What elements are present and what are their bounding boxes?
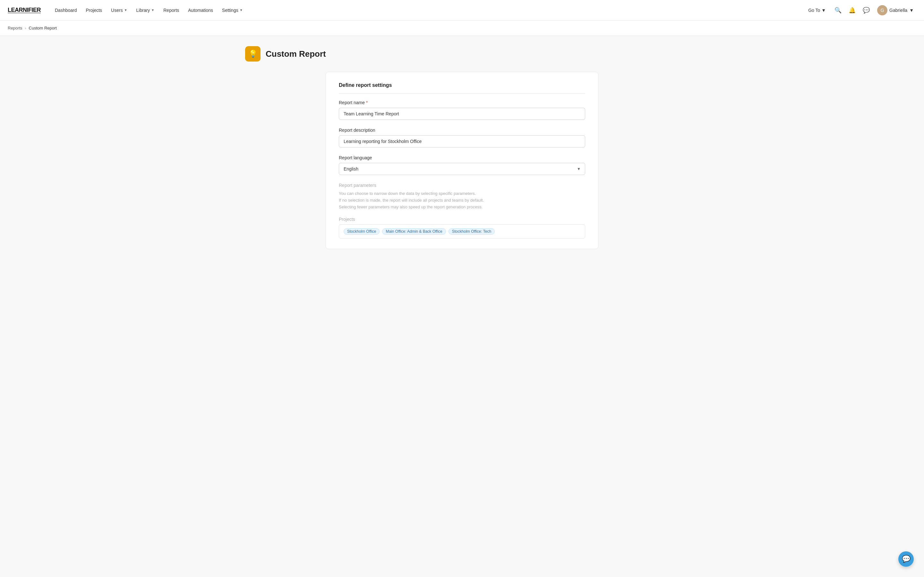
chat-icon: 💬 [863, 7, 870, 14]
page-title: Custom Report [266, 49, 326, 59]
projects-label: Projects [339, 217, 585, 222]
page-header: 💡 Custom Report [245, 46, 679, 61]
goto-chevron-icon: ▼ [821, 8, 826, 13]
project-tag-2: Main Office: Admin & Back Office [382, 228, 446, 235]
search-icon: 🔍 [835, 7, 842, 14]
nav-right: Go To ▼ 🔍 🔔 💬 G Gabriella ▼ [804, 4, 916, 17]
breadcrumb: Reports › Custom Report [0, 21, 924, 36]
logo-text: LEARNIFIER [8, 7, 41, 13]
nav-automations[interactable]: Automations [184, 5, 217, 15]
nav-settings[interactable]: Settings ▼ [218, 5, 247, 15]
report-parameters-section: Report parameters You can choose to narr… [339, 183, 585, 239]
users-chevron-icon: ▼ [124, 8, 128, 12]
report-description-label: Report description [339, 127, 585, 133]
user-avatar-button[interactable]: G Gabriella ▼ [875, 4, 916, 17]
required-indicator: * [366, 100, 368, 105]
top-navigation: LEARNIFIER Dashboard Projects Users ▼ Li… [0, 0, 924, 21]
avatar: G [877, 5, 887, 15]
logo[interactable]: LEARNIFIER [8, 7, 41, 13]
page-icon: 💡 [245, 46, 260, 61]
params-description: You can choose to narrow down the data b… [339, 190, 585, 210]
library-chevron-icon: ▼ [151, 8, 154, 12]
breadcrumb-parent[interactable]: Reports [8, 26, 23, 31]
nav-dashboard[interactable]: Dashboard [51, 5, 81, 15]
language-select-wrapper: English Swedish German French Spanish ▼ [339, 163, 585, 175]
report-name-input[interactable] [339, 108, 585, 120]
notifications-button[interactable]: 🔔 [846, 5, 858, 16]
report-name-label: Report name * [339, 100, 585, 105]
search-button[interactable]: 🔍 [832, 5, 844, 16]
page-content: 💡 Custom Report Define report settings R… [237, 36, 687, 259]
breadcrumb-current: Custom Report [29, 26, 57, 31]
report-language-label: Report language [339, 155, 585, 160]
form-section-title: Define report settings [339, 82, 585, 93]
goto-button[interactable]: Go To ▼ [804, 6, 830, 15]
projects-input-area[interactable]: Stockholm Office Main Office: Admin & Ba… [339, 224, 585, 239]
report-description-group: Report description [339, 127, 585, 147]
nav-projects[interactable]: Projects [82, 5, 106, 15]
bell-icon: 🔔 [849, 7, 856, 14]
avatar-chevron-icon: ▼ [909, 8, 914, 13]
params-title: Report parameters [339, 183, 585, 188]
language-select[interactable]: English Swedish German French Spanish [339, 163, 585, 175]
nav-library[interactable]: Library ▼ [132, 5, 158, 15]
nav-users[interactable]: Users ▼ [107, 5, 131, 15]
report-name-group: Report name * [339, 100, 585, 120]
report-language-group: Report language English Swedish German F… [339, 155, 585, 175]
nav-links: Dashboard Projects Users ▼ Library ▼ Rep… [51, 5, 804, 15]
form-card: Define report settings Report name * Rep… [326, 72, 598, 249]
nav-reports[interactable]: Reports [160, 5, 183, 15]
report-description-input[interactable] [339, 135, 585, 147]
project-tag-1: Stockholm Office [344, 228, 380, 235]
messages-button[interactable]: 💬 [861, 5, 872, 16]
settings-chevron-icon: ▼ [240, 8, 243, 12]
breadcrumb-separator: › [25, 26, 26, 31]
project-tag-3: Stockholm Office: Tech [449, 228, 495, 235]
